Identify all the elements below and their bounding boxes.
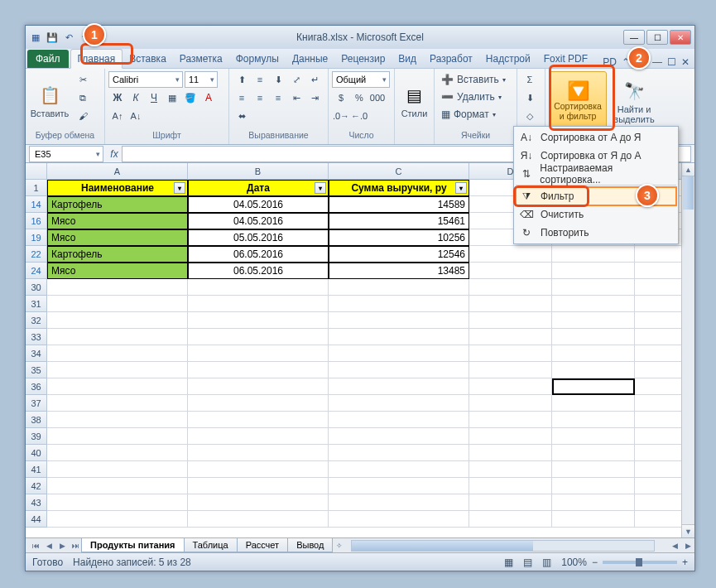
align-top-icon[interactable]: ⬆ <box>233 71 251 88</box>
sheet-tab[interactable]: Вывод <box>287 538 333 552</box>
tab-layout[interactable]: Разметка <box>173 50 229 68</box>
fx-button[interactable]: fx <box>107 148 122 160</box>
row-header[interactable]: 39 <box>26 428 47 445</box>
table-header-date[interactable]: Дата▾ <box>188 180 329 196</box>
save-icon[interactable]: 💾 <box>46 31 59 44</box>
table-header-sum[interactable]: Сумма выручки, ру▾ <box>329 180 469 196</box>
font-name-combo[interactable]: Calibri <box>108 71 183 88</box>
tab-home[interactable]: Главная <box>70 49 123 69</box>
tab-foxit[interactable]: Foxit PDF <box>537 50 594 68</box>
zoom-control[interactable]: 100% − + <box>561 557 688 568</box>
scroll-thumb[interactable] <box>683 176 694 210</box>
name-box[interactable]: E35 <box>29 146 103 162</box>
cells-insert-button[interactable]: ➕Вставить▾ <box>438 71 509 88</box>
filter-dropdown-icon[interactable]: ▾ <box>455 182 467 194</box>
orientation-icon[interactable]: ⤢ <box>287 71 305 88</box>
menu-custom-sort[interactable]: ⇅Настраиваемая сортировка... <box>516 165 676 183</box>
scroll-thumb[interactable] <box>352 541 533 551</box>
menu-sort-az[interactable]: A↓Сортировка от А до Я <box>516 128 676 147</box>
menu-reapply[interactable]: ↻Повторить <box>516 224 676 242</box>
row-header[interactable]: 32 <box>26 312 47 329</box>
autosum-icon[interactable]: Σ <box>521 71 539 88</box>
align-bottom-icon[interactable]: ⬇ <box>269 71 287 88</box>
view-normal-icon[interactable]: ▦ <box>504 557 513 568</box>
cell-date[interactable]: 05.05.2016 <box>188 229 329 246</box>
undo-icon[interactable]: ↶ <box>62 31 75 44</box>
view-page-layout-icon[interactable]: ▤ <box>523 557 532 568</box>
row-header[interactable]: 1 <box>26 180 47 196</box>
increase-indent-icon[interactable]: ⇥ <box>305 89 324 106</box>
tab-formulas[interactable]: Формулы <box>229 50 286 68</box>
select-all-corner[interactable] <box>26 163 47 180</box>
wrap-text-icon[interactable]: ↵ <box>305 71 324 88</box>
font-size-combo[interactable]: 11 <box>185 71 218 88</box>
table-header-name[interactable]: Наименование▾ <box>47 180 188 196</box>
maximize-button[interactable]: ☐ <box>646 30 668 45</box>
align-left-icon[interactable]: ≡ <box>233 89 251 106</box>
find-select-button[interactable]: 🔭 Найти и выделить <box>612 72 656 130</box>
currency-icon[interactable]: $ <box>332 89 350 106</box>
format-painter-icon[interactable]: 🖌 <box>74 108 92 124</box>
sheet-tab[interactable]: Продукты питания <box>81 538 185 552</box>
scroll-down-icon[interactable]: ▼ <box>682 524 694 537</box>
sheet-tab[interactable]: Таблица <box>184 538 238 552</box>
row-header[interactable]: 14 <box>26 196 47 213</box>
row-header[interactable]: 24 <box>26 263 47 279</box>
scroll-up-icon[interactable]: ▲ <box>682 163 694 176</box>
fill-icon[interactable]: ⬇ <box>521 89 539 106</box>
align-middle-icon[interactable]: ≡ <box>251 71 269 88</box>
row-header[interactable]: 34 <box>26 345 47 362</box>
row-header[interactable]: 37 <box>26 395 47 412</box>
row-header[interactable]: 44 <box>26 511 47 528</box>
first-sheet-icon[interactable]: ⏮ <box>29 539 42 552</box>
vertical-scrollbar[interactable]: ▲ ▼ <box>681 163 694 537</box>
cells-delete-button[interactable]: ➖Удалить▾ <box>438 89 505 105</box>
styles-button[interactable]: ▤ Стили <box>398 71 430 129</box>
last-sheet-icon[interactable]: ⏭ <box>69 539 82 552</box>
scroll-left-icon[interactable]: ◀ <box>668 539 681 552</box>
cell-name[interactable]: Картофель <box>47 246 188 263</box>
close-button[interactable]: ✕ <box>670 30 691 45</box>
tab-view[interactable]: Вид <box>392 50 423 68</box>
cell-date[interactable]: 06.05.2016 <box>188 263 329 279</box>
view-page-break-icon[interactable]: ▥ <box>542 557 551 568</box>
cell-sum[interactable]: 14589 <box>329 196 469 213</box>
cell-sum[interactable]: 10256 <box>329 229 469 246</box>
decrease-decimal-icon[interactable]: ←.0 <box>350 108 368 124</box>
next-sheet-icon[interactable]: ▶ <box>55 539 69 552</box>
row-header[interactable]: 19 <box>26 229 47 246</box>
cell-sum[interactable]: 13485 <box>329 263 469 279</box>
menu-clear[interactable]: ⌫Очистить <box>516 205 676 224</box>
ribbon-window-max-icon[interactable]: ☐ <box>667 56 676 68</box>
cell-date[interactable]: 06.05.2016 <box>188 246 329 263</box>
align-center-icon[interactable]: ≡ <box>251 89 269 106</box>
prev-sheet-icon[interactable]: ◀ <box>42 539 55 552</box>
sort-filter-button[interactable]: 🔽 Сортировка и фильтр <box>549 71 607 131</box>
row-header[interactable]: 42 <box>26 478 47 494</box>
grow-font-icon[interactable]: A↑ <box>108 108 127 124</box>
horizontal-scrollbar[interactable] <box>351 540 655 552</box>
cut-icon[interactable]: ✂ <box>74 71 92 88</box>
zoom-out-icon[interactable]: − <box>592 557 598 568</box>
copy-icon[interactable]: ⧉ <box>74 89 92 106</box>
tab-developer[interactable]: Разработ <box>423 50 479 68</box>
number-format-combo[interactable]: Общий <box>332 71 390 88</box>
row-header[interactable]: 43 <box>26 494 47 511</box>
tab-insert[interactable]: Вставка <box>123 50 173 68</box>
comma-icon[interactable]: 000 <box>368 89 387 106</box>
ribbon-window-close-icon[interactable]: ✕ <box>681 56 690 68</box>
cell-name[interactable]: Картофель <box>47 196 188 213</box>
clear-icon[interactable]: ◇ <box>521 108 539 124</box>
minimize-button[interactable]: — <box>623 30 645 45</box>
col-header-c[interactable]: C <box>329 163 469 180</box>
cell-name[interactable]: Мясо <box>47 229 188 246</box>
shrink-font-icon[interactable]: A↓ <box>127 108 145 124</box>
sheet-tab[interactable]: Рассчет <box>237 538 289 552</box>
filter-dropdown-icon[interactable]: ▾ <box>315 182 326 194</box>
tab-data[interactable]: Данные <box>286 50 334 68</box>
tab-addins[interactable]: Надстрой <box>479 50 537 68</box>
tab-extra[interactable]: PD <box>603 56 617 68</box>
row-header[interactable]: 41 <box>26 461 47 478</box>
scroll-right-icon[interactable]: ▶ <box>681 539 694 552</box>
row-header[interactable]: 30 <box>26 279 47 296</box>
